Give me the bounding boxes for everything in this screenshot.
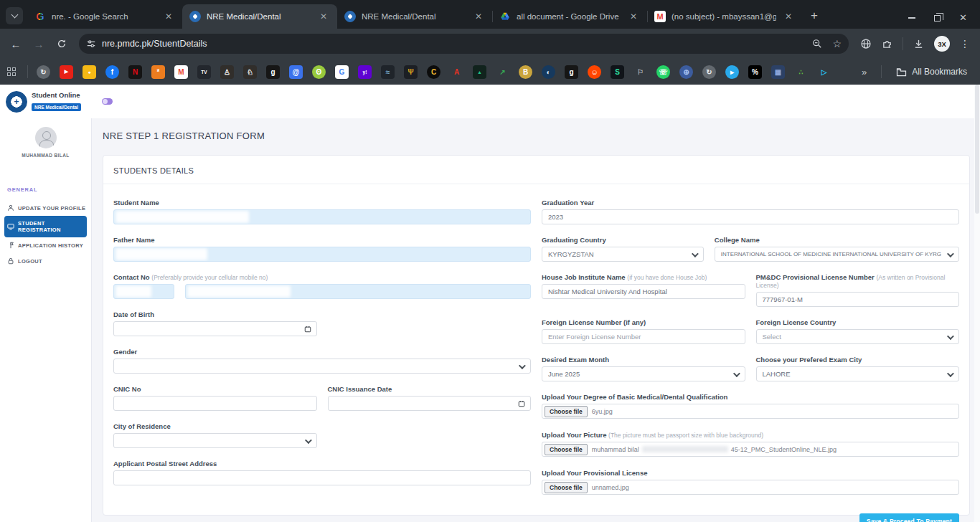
globe-icon[interactable] xyxy=(860,38,872,49)
swan-icon[interactable]: ≈ xyxy=(381,65,395,79)
foreign-license-number-input[interactable]: Enter Foreign License Number xyxy=(542,329,745,344)
chess-knight-icon[interactable]: ♘ xyxy=(243,65,257,79)
choose-file-button[interactable]: Choose file xyxy=(545,406,588,417)
profile-avatar[interactable]: 3X xyxy=(934,36,950,52)
whatsapp-icon[interactable]: ☏ xyxy=(656,65,670,79)
compass-icon[interactable]: ↻ xyxy=(702,65,716,79)
cnic-issuance-date-input[interactable] xyxy=(328,396,532,411)
tab-search-button[interactable] xyxy=(6,7,23,24)
upload-picture-file-input[interactable]: Choose file muhammad bilal 45-12_PMC_Stu… xyxy=(542,442,959,457)
coin-icon[interactable]: C xyxy=(427,65,440,79)
upload-degree-file-input[interactable]: Choose file 6yu.jpg xyxy=(542,404,959,419)
calendar-icon[interactable] xyxy=(518,400,525,407)
calendar-icon[interactable] xyxy=(304,326,311,333)
tab-nre-medical-2[interactable]: NRE Medical/Dental ✕ xyxy=(337,4,492,29)
tab-close-icon[interactable]: ✕ xyxy=(472,11,485,22)
date-of-birth-input[interactable] xyxy=(113,321,317,336)
preferred-exam-city-select[interactable]: LAHORE xyxy=(756,366,960,381)
crest-icon[interactable]: Ψ xyxy=(404,65,418,79)
url-text[interactable]: nre.pmdc.pk/StuentDetails xyxy=(102,39,806,49)
page-scrollbar[interactable] xyxy=(974,85,980,522)
keep-icon[interactable]: ● xyxy=(83,65,96,79)
city-of-residence-select[interactable] xyxy=(113,433,317,448)
desired-exam-month-select[interactable]: June 2025 xyxy=(542,366,745,381)
tab-google-search[interactable]: G nre. - Google Search ✕ xyxy=(27,4,182,29)
sidebar-item-application-history[interactable]: APPLICATION HISTORY xyxy=(0,237,91,253)
tab-nre-medical-active[interactable]: NRE Medical/Dental ✕ xyxy=(182,4,337,29)
google-news-icon[interactable]: G xyxy=(335,65,349,79)
flag-icon[interactable]: ⚐ xyxy=(633,65,647,79)
download-icon[interactable] xyxy=(913,39,924,49)
tab-close-icon[interactable]: ✕ xyxy=(782,11,795,22)
restore-icon[interactable] xyxy=(934,15,941,22)
brand[interactable]: + Student Online NRE Medical/Dental xyxy=(0,91,92,113)
tab-close-icon[interactable]: ✕ xyxy=(317,11,330,22)
reddit-icon[interactable]: ☺ xyxy=(588,65,601,79)
close-icon[interactable]: ✕ xyxy=(959,14,967,22)
percent-icon[interactable]: % xyxy=(748,65,762,79)
choose-file-button[interactable]: Choose file xyxy=(545,444,588,455)
molecule-icon[interactable]: ∴ xyxy=(794,65,808,79)
upload-license-file-input[interactable]: Choose file unnamed.jpg xyxy=(542,480,959,495)
refresh-icon[interactable] xyxy=(52,34,72,54)
sidebar-item-logout[interactable]: LOGOUT xyxy=(0,253,91,269)
netflix-icon[interactable]: N xyxy=(128,65,142,79)
tab-google-drive[interactable]: all document - Google Drive ✕ xyxy=(492,4,647,29)
sidebar-item-student-registration[interactable]: STUDENT REGISTRATION xyxy=(4,216,87,237)
tab-close-icon[interactable]: ✕ xyxy=(162,11,175,22)
steam-icon[interactable]: ↻ xyxy=(37,65,50,79)
graduating-country-select[interactable]: KYRGYZSTAN xyxy=(542,247,704,262)
menu-kebab-icon[interactable]: ⋮ xyxy=(960,38,970,49)
chess-pawn-icon[interactable]: ♙ xyxy=(220,65,234,79)
s-neon-icon[interactable]: S xyxy=(611,65,624,79)
father-name-input[interactable] xyxy=(113,247,531,262)
aliexpress-icon[interactable]: A xyxy=(450,65,463,79)
youtube-icon[interactable]: ▶ xyxy=(60,65,73,79)
all-bookmarks-button[interactable]: All Bookmarks xyxy=(890,67,973,77)
choose-file-button[interactable]: Choose file xyxy=(545,482,588,493)
tv-icon[interactable]: TV xyxy=(197,65,211,79)
green-bot-icon[interactable]: ʘ xyxy=(312,65,326,79)
omnibox[interactable]: nre.pmdc.pk/StuentDetails ☆ xyxy=(79,34,849,54)
zoom-out-icon[interactable] xyxy=(812,39,822,49)
tab-gmail[interactable]: M (no subject) - mbayssan1@g ✕ xyxy=(647,4,802,29)
site-settings-icon[interactable] xyxy=(86,39,96,49)
contact-number-input[interactable] xyxy=(185,284,531,299)
postal-address-input[interactable] xyxy=(113,470,531,485)
planet-icon[interactable]: ◐ xyxy=(542,65,555,79)
sidebar-toggle[interactable] xyxy=(102,98,113,105)
bookmark-star-icon[interactable]: ☆ xyxy=(832,38,842,49)
extensions-icon[interactable] xyxy=(882,39,892,49)
tab-close-icon[interactable]: ✕ xyxy=(627,11,640,22)
yahoo-icon[interactable]: y! xyxy=(358,65,372,79)
bookmarks-overflow-icon[interactable]: » xyxy=(856,67,872,77)
coin-globe-icon[interactable]: B xyxy=(519,65,532,79)
college-name-select[interactable]: INTERNATIONAL SCHOOL OF MEDICINE INTERNA… xyxy=(715,247,959,262)
gmail-icon[interactable]: M xyxy=(174,65,188,79)
sidebar-item-update-profile[interactable]: UPDATE YOUR PROFILE xyxy=(0,200,91,216)
facebook-icon[interactable]: f xyxy=(105,65,119,79)
forward-icon[interactable]: → xyxy=(29,34,49,54)
back-icon[interactable]: ← xyxy=(6,34,26,54)
email-at-icon[interactable]: @ xyxy=(289,65,303,79)
minimize-icon[interactable] xyxy=(908,17,915,19)
new-tab-button[interactable]: + xyxy=(802,9,826,29)
pmdc-license-input[interactable]: 777967-01-M xyxy=(756,292,960,307)
dotted-globe-icon[interactable]: ⊕ xyxy=(679,65,693,79)
gender-select[interactable] xyxy=(113,359,531,374)
graduation-year-input[interactable]: 2023 xyxy=(542,209,959,224)
cnic-no-input[interactable] xyxy=(113,396,317,411)
chart-up-icon[interactable]: ↗ xyxy=(496,65,509,79)
student-name-input[interactable] xyxy=(113,209,531,224)
contact-code-input[interactable] xyxy=(113,284,174,299)
play-outline-icon[interactable]: ▷ xyxy=(817,65,831,79)
save-proceed-button[interactable]: Save & Proceed To Payment xyxy=(859,513,959,522)
g-dark-icon[interactable]: g xyxy=(565,65,578,79)
apps-grid-icon[interactable] xyxy=(7,67,16,76)
network-icon[interactable]: * xyxy=(151,65,165,79)
telegram-icon[interactable]: ▸ xyxy=(725,65,739,79)
foreign-license-country-select[interactable]: Select xyxy=(756,329,960,344)
house-job-institute-input[interactable]: Nishtar Medical University And Hospital xyxy=(542,284,745,299)
app-blue-icon[interactable]: ▦ xyxy=(771,65,785,79)
triangle-icon[interactable]: ▲ xyxy=(473,65,486,79)
